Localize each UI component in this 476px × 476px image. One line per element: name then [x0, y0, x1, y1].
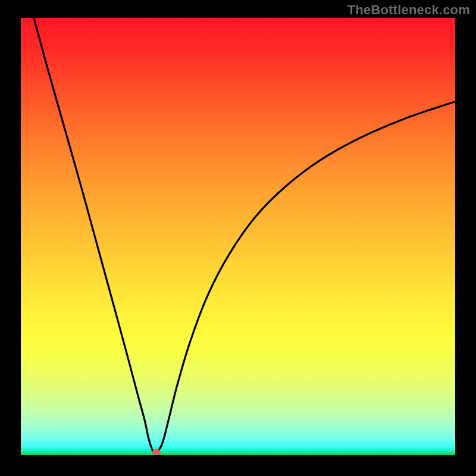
- curve-svg: [21, 18, 455, 455]
- minimum-marker-dot: [152, 449, 161, 455]
- watermark-text: TheBottleneck.com: [347, 2, 470, 18]
- plot-area: [21, 18, 455, 455]
- chart-frame: TheBottleneck.com: [0, 0, 476, 476]
- bottleneck-curve: [34, 18, 455, 453]
